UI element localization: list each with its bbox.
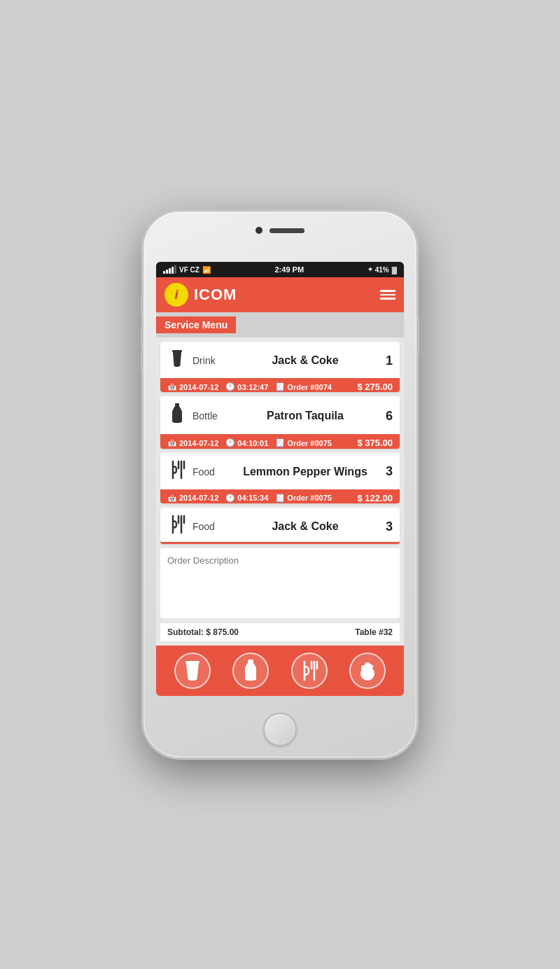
order-1-meta: 📅 2014-07-12 🕐 03:12:47 🧾 Order #0074 bbox=[167, 382, 332, 391]
order-card-4[interactable]: Food Jack & Coke 3 bbox=[160, 508, 400, 544]
nav-food-button[interactable] bbox=[291, 653, 328, 689]
order-3-qty: 3 bbox=[386, 464, 393, 479]
status-bar: VF CZ 📶 2:49 PM ⌖ 41% ▓ bbox=[156, 262, 404, 277]
svg-rect-1 bbox=[175, 403, 179, 406]
app-logo: i ICOM bbox=[164, 283, 237, 307]
order-2-time: 🕐 04:10:01 bbox=[225, 438, 268, 447]
calendar-icon: 📅 bbox=[167, 382, 177, 391]
receipt-icon-3: 🧾 bbox=[275, 494, 285, 503]
nav-bottle-button[interactable] bbox=[232, 653, 269, 689]
order-card-1-header: Drink Jack & Coke 1 bbox=[160, 342, 400, 378]
svg-rect-11 bbox=[248, 660, 253, 663]
order-2-type: Bottle bbox=[192, 410, 225, 421]
order-1-date: 📅 2014-07-12 bbox=[167, 382, 218, 391]
order-3-order-num: 🧾 Order #0075 bbox=[275, 494, 332, 503]
order-3-time: 🕐 04:15:34 bbox=[225, 494, 268, 503]
phone-frame: VF CZ 📶 2:49 PM ⌖ 41% ▓ i ICOM bbox=[144, 211, 416, 758]
clock-icon: 🕐 bbox=[225, 382, 235, 391]
order-1-time: 🕐 03:12:47 bbox=[225, 382, 268, 391]
signal-bars bbox=[163, 265, 176, 274]
nav-dessert-button[interactable] bbox=[349, 653, 386, 689]
order-2-order-num: 🧾 Order #0075 bbox=[275, 438, 332, 447]
nav-drink-button[interactable] bbox=[174, 653, 211, 689]
order-1-name: Jack & Coke bbox=[230, 354, 380, 367]
svg-rect-10 bbox=[186, 661, 200, 663]
drink-icon bbox=[167, 349, 187, 372]
order-2-qty: 6 bbox=[386, 409, 393, 424]
phone-camera bbox=[255, 227, 262, 234]
battery-icon: ▓ bbox=[392, 266, 397, 274]
section-label-text: Service Menu bbox=[156, 316, 236, 333]
order-3-price: $ 122.00 bbox=[357, 493, 393, 503]
order-4-name: Jack & Coke bbox=[230, 520, 380, 533]
receipt-icon: 🧾 bbox=[275, 382, 285, 391]
order-3-footer: 📅 2014-07-12 🕐 04:15:34 🧾 Order #0075 bbox=[160, 489, 400, 503]
phone-screen: VF CZ 📶 2:49 PM ⌖ 41% ▓ i ICOM bbox=[156, 262, 404, 696]
order-1-order-num: 🧾 Order #0074 bbox=[275, 382, 332, 391]
order-2-footer: 📅 2014-07-12 🕐 04:10:01 🧾 Order #0075 bbox=[160, 434, 400, 448]
order-3-date: 📅 2014-07-12 bbox=[167, 494, 218, 503]
order-card-2-header: Bottle Patron Taquila 6 bbox=[160, 396, 400, 434]
content-area: Drink Jack & Coke 1 📅 2014-07-12 🕐 bbox=[156, 337, 404, 646]
section-label-bar: Service Menu bbox=[156, 312, 404, 337]
battery-label: 41% bbox=[375, 266, 389, 274]
logo-letter: i bbox=[174, 288, 178, 302]
app-name: ICOM bbox=[194, 286, 237, 304]
order-4-qty: 3 bbox=[386, 520, 393, 534]
phone-wrapper: VF CZ 📶 2:49 PM ⌖ 41% ▓ i ICOM bbox=[144, 211, 416, 758]
wifi-icon: 📶 bbox=[202, 266, 211, 274]
food-icon-4 bbox=[167, 515, 187, 538]
svg-point-17 bbox=[360, 671, 374, 676]
order-1-footer: 📅 2014-07-12 🕐 03:12:47 🧾 Order #0074 bbox=[160, 378, 400, 392]
svg-point-20 bbox=[365, 662, 370, 668]
order-1-type: Drink bbox=[192, 355, 225, 366]
gps-icon: ⌖ bbox=[368, 265, 372, 274]
summary-bar: Subtotal: $ 875.00 Table #32 bbox=[160, 622, 400, 641]
bottle-icon bbox=[167, 403, 187, 428]
order-1-price: $ 275.00 bbox=[357, 382, 393, 392]
clock-icon-2: 🕐 bbox=[225, 438, 235, 447]
phone-home-button[interactable] bbox=[263, 713, 297, 746]
phone-top-bar bbox=[255, 227, 304, 234]
order-4-type: Food bbox=[192, 521, 225, 532]
subtotal-label: Subtotal: $ 875.00 bbox=[167, 627, 239, 637]
order-card-1[interactable]: Drink Jack & Coke 1 📅 2014-07-12 🕐 bbox=[160, 342, 400, 392]
order-1-qty: 1 bbox=[386, 354, 393, 368]
order-card-3[interactable]: Food Lemmon Pepper Wings 3 📅 2014-07-12 … bbox=[160, 453, 400, 503]
order-2-date: 📅 2014-07-12 bbox=[167, 438, 218, 447]
app-header: i ICOM bbox=[156, 277, 404, 312]
order-3-meta: 📅 2014-07-12 🕐 04:15:34 🧾 Order #0075 bbox=[167, 494, 332, 503]
receipt-icon-2: 🧾 bbox=[275, 438, 285, 447]
status-right: ⌖ 41% ▓ bbox=[368, 265, 397, 274]
bottom-nav bbox=[156, 646, 404, 696]
carrier-label: VF CZ bbox=[179, 266, 200, 274]
order-2-meta: 📅 2014-07-12 🕐 04:10:01 🧾 Order #0075 bbox=[167, 438, 332, 447]
order-card-2[interactable]: Bottle Patron Taquila 6 📅 2014-07-12 🕐 bbox=[160, 396, 400, 448]
order-3-name: Lemmon Pepper Wings bbox=[230, 466, 380, 478]
svg-rect-0 bbox=[172, 350, 182, 352]
order-2-name: Patron Taquila bbox=[230, 410, 380, 422]
order-2-price: $ 375.00 bbox=[357, 438, 393, 448]
order-card-4-header: Food Jack & Coke 3 bbox=[160, 508, 400, 544]
phone-speaker bbox=[270, 228, 304, 233]
calendar-icon-2: 📅 bbox=[167, 438, 177, 447]
subtotal-value: $ 875.00 bbox=[206, 627, 239, 637]
status-time: 2:49 PM bbox=[275, 265, 304, 274]
clock-icon-3: 🕐 bbox=[225, 494, 235, 503]
calendar-icon-3: 📅 bbox=[167, 494, 177, 503]
food-icon-3 bbox=[167, 460, 187, 484]
order-description-box[interactable] bbox=[160, 548, 400, 618]
order-description-input[interactable] bbox=[167, 555, 393, 611]
table-label: Table #32 bbox=[355, 627, 393, 637]
status-left: VF CZ 📶 bbox=[163, 265, 211, 274]
logo-badge: i bbox=[164, 283, 188, 307]
order-3-type: Food bbox=[192, 466, 225, 477]
order-card-3-header: Food Lemmon Pepper Wings 3 bbox=[160, 453, 400, 489]
hamburger-menu-button[interactable] bbox=[380, 290, 396, 300]
